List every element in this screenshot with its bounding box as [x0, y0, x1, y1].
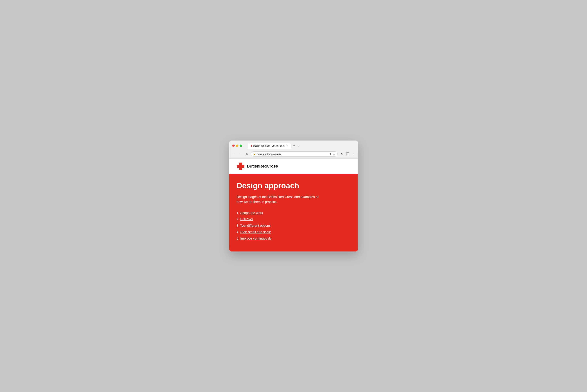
- site-header: BritishRedCross: [229, 158, 358, 174]
- active-tab[interactable]: ✚ Design approach | British Red C ×: [248, 143, 291, 149]
- tab-favicon-icon: ✚: [251, 145, 252, 147]
- svg-rect-3: [237, 165, 244, 168]
- share-icon[interactable]: ⬆: [330, 152, 332, 156]
- maximize-window-button[interactable]: [240, 144, 242, 147]
- list-item: 3. Test different options: [237, 223, 351, 228]
- back-button[interactable]: ←: [232, 152, 237, 156]
- address-bar[interactable]: 🔒 design.redcross.org.uk ⬆ ☆: [251, 151, 338, 156]
- page-description: Design stages at the British Red Cross a…: [237, 194, 325, 204]
- toolbar-right: ⋮: [339, 152, 356, 156]
- logo-container: BritishRedCross: [237, 162, 351, 170]
- list-item-number: 3.: [237, 224, 240, 228]
- bookmark-icon[interactable]: ☆: [333, 152, 335, 156]
- sidebar-button[interactable]: [345, 152, 350, 156]
- scope-the-work-link[interactable]: Scope the work: [240, 211, 263, 215]
- svg-rect-0: [346, 153, 349, 155]
- list-item: 4. Start small and scale: [237, 230, 351, 235]
- minimize-window-button[interactable]: [236, 144, 238, 147]
- british-red-cross-logo-icon: [237, 162, 245, 170]
- close-window-button[interactable]: [232, 144, 235, 147]
- list-item-number: 4.: [237, 230, 240, 234]
- site-hero: Design approach Design stages at the Bri…: [229, 174, 358, 251]
- new-tab-button[interactable]: +: [292, 143, 297, 148]
- tab-dropdown-button[interactable]: ⌄: [297, 144, 299, 147]
- improve-continuously-link[interactable]: Improve continuously: [240, 236, 272, 240]
- tab-close-button[interactable]: ×: [286, 144, 288, 147]
- design-stages-list: 1. Scope the work 2. Discover 3. Test di…: [237, 210, 351, 241]
- lock-icon: 🔒: [253, 153, 256, 155]
- forward-button[interactable]: →: [238, 152, 243, 156]
- list-item-number: 1.: [237, 211, 240, 215]
- list-item-number: 2.: [237, 217, 240, 221]
- tab-title: Design approach | British Red C: [253, 144, 285, 147]
- org-name: BritishRedCross: [247, 164, 278, 169]
- reload-button[interactable]: ↻: [245, 152, 249, 156]
- page-title: Design approach: [237, 182, 351, 190]
- list-item-number: 5.: [237, 236, 240, 240]
- browser-toolbar: ← → ↻ 🔒 design.redcross.org.uk ⬆ ☆: [229, 150, 358, 158]
- url-text: design.redcross.org.uk: [257, 153, 328, 156]
- extensions-button[interactable]: [339, 152, 344, 156]
- start-small-and-scale-link[interactable]: Start small and scale: [240, 230, 271, 234]
- list-item: 5. Improve continuously: [237, 236, 351, 241]
- browser-menu-button[interactable]: ⋮: [351, 152, 356, 156]
- site-content: BritishRedCross Design approach Design s…: [229, 158, 358, 251]
- test-different-options-link[interactable]: Test different options: [240, 224, 271, 228]
- traffic-lights: [232, 144, 242, 147]
- tab-bar: ✚ Design approach | British Red C × + ⌄: [245, 143, 302, 149]
- title-bar: ✚ Design approach | British Red C × + ⌄: [229, 140, 358, 150]
- browser-window: ✚ Design approach | British Red C × + ⌄ …: [229, 140, 358, 251]
- discover-link[interactable]: Discover: [240, 217, 253, 221]
- browser-chrome: ✚ Design approach | British Red C × + ⌄ …: [229, 140, 358, 158]
- list-item: 2. Discover: [237, 216, 351, 222]
- list-item: 1. Scope the work: [237, 210, 351, 216]
